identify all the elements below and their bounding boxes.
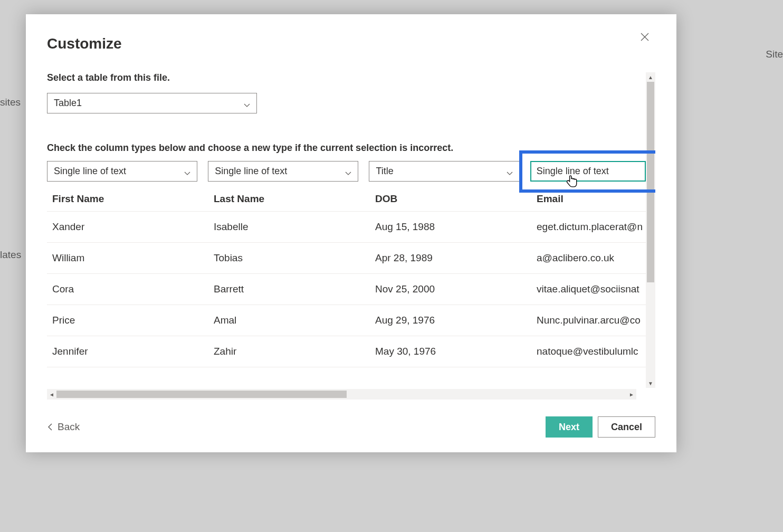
column-header-first-name: First Name [47, 188, 208, 212]
cell-first-name: Xander [47, 212, 208, 243]
table-row: Jennifer Zahir May 30, 1976 natoque@vest… [47, 336, 646, 367]
cancel-label: Cancel [611, 422, 642, 433]
cell-dob: May 30, 1976 [370, 336, 531, 367]
column-types-label: Check the column types below and choose … [47, 142, 646, 154]
close-button[interactable] [637, 29, 653, 45]
cell-last-name: Isabelle [208, 212, 370, 243]
cell-email: Nunc.pulvinar.arcu@co [531, 305, 646, 336]
cell-email: natoque@vestibulumlc [531, 336, 646, 367]
horizontal-scrollbar[interactable]: ◄ ► [47, 389, 636, 400]
cell-dob: Nov 25, 2000 [370, 274, 531, 305]
scroll-left-arrow-icon[interactable]: ◄ [47, 389, 56, 400]
chevron-left-icon [47, 423, 53, 431]
cursor-hand-icon [566, 175, 578, 189]
cell-dob: Aug 15, 1988 [370, 212, 531, 243]
column-header-dob: DOB [370, 188, 531, 212]
chevron-down-icon [507, 168, 513, 175]
table-row: William Tobias Apr 28, 1989 a@aclibero.c… [47, 243, 646, 274]
column-type-value: Single line of text [215, 166, 287, 177]
table-select[interactable]: Table1 [47, 93, 257, 113]
next-button[interactable]: Next [546, 416, 593, 438]
vertical-scrollbar[interactable]: ▲ ▼ [646, 72, 655, 388]
table-header-row: First Name Last Name DOB Email [47, 188, 646, 212]
back-button[interactable]: Back [47, 421, 80, 433]
cell-first-name: Price [47, 305, 208, 336]
cancel-button[interactable]: Cancel [598, 416, 655, 438]
cell-last-name: Tobias [208, 243, 370, 274]
cell-email: eget.dictum.placerat@n [531, 212, 646, 243]
scroll-right-arrow-icon[interactable]: ► [627, 389, 636, 400]
table-row: Price Amal Aug 29, 1976 Nunc.pulvinar.ar… [47, 305, 646, 336]
column-type-selects-row: Single line of text Single line of text … [47, 161, 646, 182]
column-header-last-name: Last Name [208, 188, 370, 212]
next-label: Next [559, 422, 579, 433]
customize-modal: Customize ▲ ▼ Select a table from this f… [26, 14, 676, 452]
column-type-select-2[interactable]: Single line of text [208, 161, 358, 182]
scroll-up-arrow-icon[interactable]: ▲ [646, 72, 655, 82]
column-type-select-4[interactable]: Single line of text [530, 161, 646, 182]
cell-first-name: Cora [47, 274, 208, 305]
cell-email: vitae.aliquet@sociisnat [531, 274, 646, 305]
cell-last-name: Barrett [208, 274, 370, 305]
back-label: Back [58, 421, 80, 433]
horizontal-scrollbar-thumb[interactable] [56, 391, 347, 398]
backdrop-nav-sites: sites [0, 97, 21, 108]
chevron-down-icon [345, 168, 351, 175]
chevron-down-icon [184, 168, 190, 175]
cell-first-name: Jennifer [47, 336, 208, 367]
cell-last-name: Amal [208, 305, 370, 336]
cell-email: a@aclibero.co.uk [531, 243, 646, 274]
select-table-label: Select a table from this file. [47, 72, 646, 83]
column-type-select-1[interactable]: Single line of text [47, 161, 197, 182]
cell-last-name: Zahir [208, 336, 370, 367]
column-type-value: Single line of text [54, 166, 126, 177]
column-type-value: Title [376, 166, 393, 177]
close-icon [641, 33, 649, 41]
scroll-down-arrow-icon[interactable]: ▼ [646, 378, 655, 388]
table-select-value: Table1 [54, 98, 82, 109]
preview-table: First Name Last Name DOB Email Xander Is… [47, 188, 646, 367]
scroll-area: ▲ ▼ Select a table from this file. Table… [47, 72, 655, 400]
backdrop-nav-lates: lates [0, 249, 21, 261]
cell-dob: Apr 28, 1989 [370, 243, 531, 274]
table-row: Xander Isabelle Aug 15, 1988 eget.dictum… [47, 212, 646, 243]
cell-dob: Aug 29, 1976 [370, 305, 531, 336]
cell-first-name: William [47, 243, 208, 274]
column-header-email: Email [531, 188, 646, 212]
modal-title: Customize [47, 35, 655, 52]
vertical-scrollbar-thumb[interactable] [647, 82, 654, 282]
modal-footer: Back Next Cancel [47, 416, 655, 438]
backdrop-nav-site: Site [766, 49, 783, 60]
table-row: Cora Barrett Nov 25, 2000 vitae.aliquet@… [47, 274, 646, 305]
chevron-down-icon [244, 100, 250, 107]
column-type-select-3[interactable]: Title [369, 161, 519, 182]
